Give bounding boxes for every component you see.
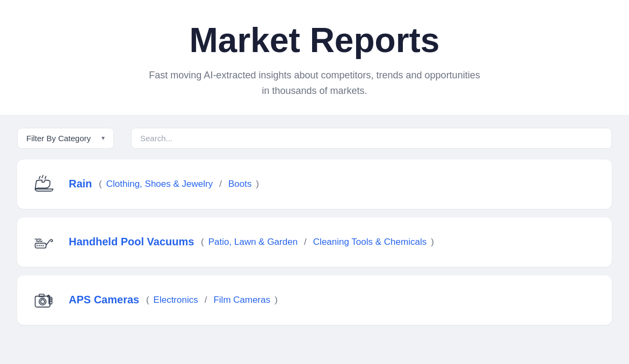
pool-vacuum-icon xyxy=(30,228,58,256)
svg-rect-11 xyxy=(39,294,44,297)
shoe-icon xyxy=(30,170,58,198)
breadcrumb-link-patio[interactable]: Patio, Lawn & Garden xyxy=(208,237,298,247)
filter-label: Filter By Category xyxy=(26,134,91,143)
breadcrumb-link-clothing[interactable]: Clothing, Shoes & Jewelry xyxy=(106,179,213,190)
svg-line-2 xyxy=(45,176,46,179)
report-title-rain[interactable]: Rain xyxy=(69,178,92,190)
breadcrumb-link-boots[interactable]: Boots xyxy=(228,179,251,190)
report-title-aps-cameras[interactable]: APS Cameras xyxy=(69,294,139,306)
chevron-down-icon: ▾ xyxy=(102,134,105,142)
page-subtitle: Fast moving AI-extracted insights about … xyxy=(11,68,618,99)
report-card-aps-cameras: APS Cameras ( Electronics / Film Cameras… xyxy=(17,275,612,325)
page-title: Market Reports xyxy=(11,21,618,59)
svg-line-0 xyxy=(39,176,40,179)
svg-rect-12 xyxy=(49,297,52,304)
report-info-aps-cameras: APS Cameras ( Electronics / Film Cameras… xyxy=(69,294,278,306)
search-input[interactable] xyxy=(131,128,612,149)
svg-point-10 xyxy=(41,300,45,303)
content-section: Filter By Category ▾ Rain ( Clothing, Sh… xyxy=(0,115,629,346)
svg-point-9 xyxy=(39,298,46,305)
camera-icon xyxy=(30,286,58,314)
svg-line-1 xyxy=(42,175,43,178)
report-card-rain: Rain ( Clothing, Shoes & Jewelry / Boots… xyxy=(17,159,612,209)
report-card-pool-vacuums: Handheld Pool Vacuums ( Patio, Lawn & Ga… xyxy=(17,217,612,267)
breadcrumb-link-electronics[interactable]: Electronics xyxy=(154,295,198,305)
category-filter-dropdown[interactable]: Filter By Category ▾ xyxy=(17,128,114,149)
report-title-pool-vacuums[interactable]: Handheld Pool Vacuums xyxy=(69,236,194,248)
header: Market Reports Fast moving AI-extracted … xyxy=(0,0,629,115)
breadcrumb-link-film-cameras[interactable]: Film Cameras xyxy=(213,295,270,305)
breadcrumb-link-cleaning[interactable]: Cleaning Tools & Chemicals xyxy=(313,237,426,247)
filters-bar: Filter By Category ▾ xyxy=(17,128,612,149)
report-info-rain: Rain ( Clothing, Shoes & Jewelry / Boots… xyxy=(69,178,259,190)
report-info-pool-vacuums: Handheld Pool Vacuums ( Patio, Lawn & Ga… xyxy=(69,236,434,248)
